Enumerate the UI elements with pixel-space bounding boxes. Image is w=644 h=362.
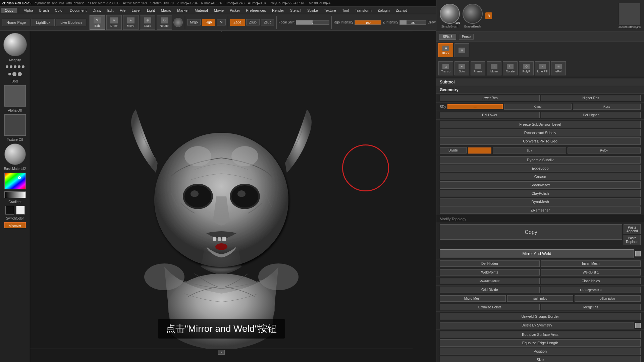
brush-sphere-preview[interactable] [3,33,27,56]
crease-button[interactable]: Crease [440,173,641,180]
reljv-button[interactable]: RelJv [568,147,641,154]
m-button[interactable]: M [217,19,225,25]
delete-sym-toggle[interactable] [635,323,641,328]
rgb-button[interactable]: Rgb [202,19,215,26]
menu-color[interactable]: Color [52,8,66,13]
position-button[interactable]: Position [440,348,641,355]
scale-button[interactable]: ⊕ Scale [140,15,155,30]
color-picker[interactable] [4,173,26,189]
dyna-mesh-button[interactable]: DynaMesh [440,198,641,205]
shadow-box-button[interactable]: ShadowBox [440,181,641,189]
menu-stencil[interactable]: Stencil [287,8,304,13]
texture-preview[interactable] [4,114,26,136]
menu-picker[interactable]: Picker [227,8,243,13]
mirror-and-weld-button[interactable]: Mirror And Weld [440,249,634,258]
poly-button[interactable]: ⬡ PolyF [519,61,534,75]
alpha-preview-panel[interactable] [4,85,26,107]
draw-size-slider[interactable]: 101 [444,20,471,25]
focal-shift-slider[interactable]: 0 [296,20,329,25]
zadd-button[interactable]: Zadd [230,19,245,26]
del-hidden-button[interactable]: Del Hidden [440,260,540,267]
mesh-from-brd-button[interactable]: MeshFromBrdr [440,278,540,284]
lower-res-button[interactable]: Lower Res [440,95,540,101]
paste-append-button[interactable]: Paste Append [624,224,641,234]
subtool-header[interactable]: Subtool [436,78,644,86]
color-swatch-white[interactable] [16,206,25,215]
geometry-header[interactable]: Geometry [436,86,644,94]
modify-topology-header[interactable]: Modify Topology [436,215,644,223]
spix-button[interactable]: SPix 3 [439,34,456,40]
local-button[interactable]: ⊞ Local [454,43,469,57]
unweld-groups-border-button[interactable]: Unweld Groups Border [440,313,641,320]
alpha-preview[interactable] [173,18,183,27]
z-remesher-button[interactable]: ZRemesher [440,206,641,214]
menu-document[interactable]: Document [67,8,89,13]
weld-dist-button[interactable]: WeldDist 1 [541,269,641,276]
rotate-button[interactable]: ↻ Rotate [157,15,172,30]
equalize-edge-length-button[interactable]: Equalize Edge Length [440,339,641,347]
viewport[interactable]: 点击"Mirror and Weld"按钮 ▲ [30,31,413,355]
optimize-points-button[interactable]: Optimize Points [440,304,540,310]
insert-mesh-button[interactable]: Insert Mesh [541,260,641,267]
suv-button[interactable]: Suv [493,147,566,154]
rgb-intensity-slider[interactable]: 100 [355,20,381,25]
menu-file[interactable]: File [117,8,128,13]
lightbox-tab[interactable]: LightBox [32,19,55,26]
divide-button[interactable]: Divide [440,147,467,154]
dynamic-subdiv-button[interactable]: Dynamic Subdiv [440,156,641,164]
close-holes-button[interactable]: Close Holes [541,278,641,284]
del-lower-button[interactable]: Del Lower [440,112,540,118]
clay-polish-button[interactable]: ClayPolish [440,190,641,197]
cage-button[interactable]: Cage [504,104,572,110]
menu-preferences[interactable]: Preferences [244,8,269,13]
menu-tool[interactable]: Tool [339,8,352,13]
higher-res-button[interactable]: Higher Res [541,95,641,101]
alternate-button[interactable]: Alternate [4,222,26,228]
paste-replace-button[interactable]: Paste Replace [624,235,641,245]
material-preview[interactable] [4,143,26,165]
menu-copy[interactable]: Copy [1,8,17,13]
rotate-button-nav[interactable]: ↻ Rotate [503,61,518,75]
line-fill-button[interactable]: ≡ Line Fill [535,61,550,75]
menu-texture[interactable]: Texture [321,8,339,13]
size-button[interactable]: Size [440,356,641,362]
move-button-nav[interactable]: ↕ Move [487,61,501,75]
micro-mesh-button[interactable]: Micro Mesh [440,295,506,302]
ress-button[interactable]: Ress [573,104,641,110]
reconstruct-subdiv-button[interactable]: Reconstruct Subdiv [440,129,641,136]
zsuc-button[interactable]: Zsuc [261,19,274,25]
menu-render[interactable]: Render [269,8,287,13]
color-swatch-black[interactable] [5,206,14,215]
frame-button[interactable]: □ Frame [471,61,485,75]
menu-light[interactable]: Light [144,8,158,13]
align-edge-button[interactable]: Align Edge [575,295,641,302]
menu-macro[interactable]: Macro [158,8,174,13]
mrgb-button[interactable]: Mrgb [187,19,201,25]
delete-by-symmetry-button[interactable]: Delete By Symmetry [440,322,634,328]
live-boolean-tab[interactable]: Live Boolean [56,19,86,26]
mirror-weld-toggle[interactable] [635,251,641,256]
menu-material[interactable]: Material [192,8,211,13]
viewport-collapse-btn[interactable]: ▲ [218,350,225,355]
weld-points-button[interactable]: WeldPoints [440,269,540,276]
menu-marker[interactable]: Marker [174,8,191,13]
epol-button[interactable]: ⊡ ePol [551,61,566,75]
grid-divide-button[interactable]: Grid Divide [440,287,540,293]
home-page-tab[interactable]: Home Page [2,19,30,26]
z-intensity-slider[interactable]: 25 [399,20,426,25]
menu-zscript[interactable]: Zscript [393,8,410,13]
zsub-button[interactable]: Zsub [246,19,260,25]
spin-edge-button[interactable]: Spin Edge [507,295,573,302]
dots-preview[interactable] [5,64,25,77]
menu-movie[interactable]: Movie [211,8,226,13]
smt-input[interactable]: Smt [468,147,491,154]
del-higher-button[interactable]: Del Higher [541,112,641,118]
persp-button[interactable]: Persp [459,34,474,40]
transp-button[interactable]: ◻ Transp [438,61,453,75]
menu-edit[interactable]: Edit [105,8,116,13]
merge-tris-button[interactable]: MergeTris [541,304,641,310]
solo-button[interactable]: ● Solo [454,61,469,75]
move-button[interactable]: ✦ Move [123,15,139,30]
convert-bpr-button[interactable]: Convert BPR To Geo [440,137,641,145]
menu-layer[interactable]: Layer [129,8,144,13]
